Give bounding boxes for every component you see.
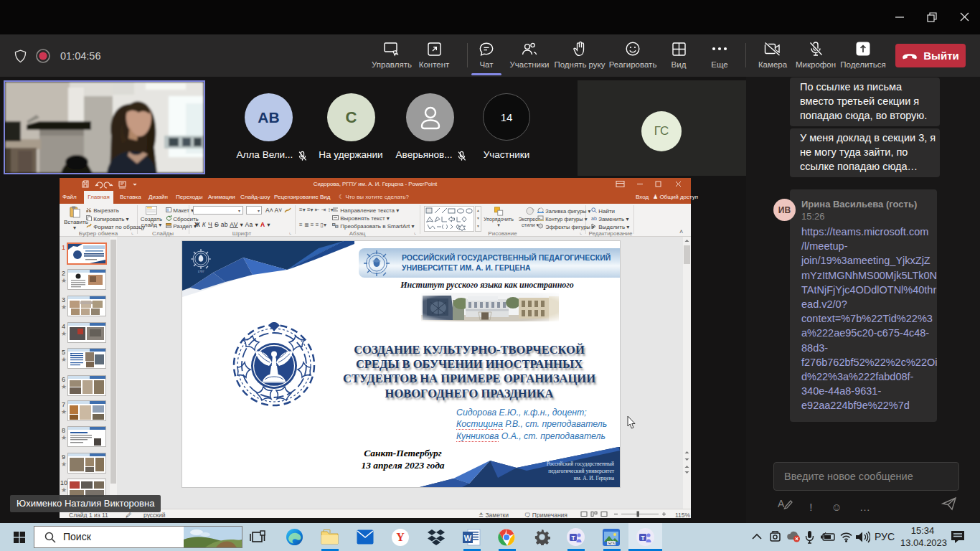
svg-text:W: W (464, 534, 472, 542)
svg-text:A: A (778, 498, 785, 509)
svg-text:1797: 1797 (198, 270, 205, 273)
svg-text:T: T (571, 534, 575, 541)
svg-text:T: T (641, 534, 645, 541)
svg-text:ab: ab (591, 216, 597, 221)
